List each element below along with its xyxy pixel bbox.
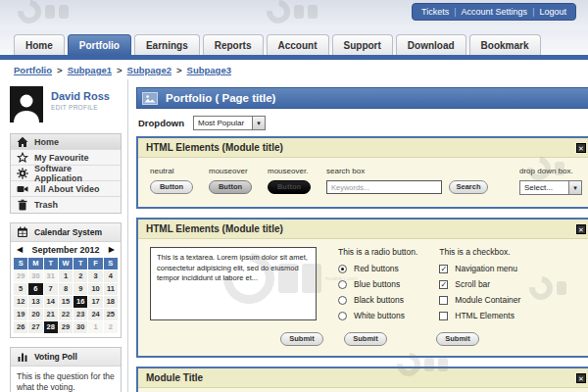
sidebar-item-label: All About Video [34,184,100,194]
calendar-day[interactable]: 18 [104,296,118,308]
search-input[interactable] [326,180,442,194]
submit-button[interactable]: Submit [280,332,323,346]
sidebar-item-trash[interactable]: Trash [11,197,121,213]
calendar-day-selected[interactable]: 28 [44,321,58,333]
calendar-day[interactable]: 26 [14,321,27,333]
calendar-day[interactable]: 25 [104,309,118,320]
calendar-day[interactable]: 31 [44,270,58,282]
textarea[interactable]: This is a textarea. Lorem ipsum dolor si… [150,247,317,320]
tab-portfolio[interactable]: Portfolio [68,34,131,55]
checkbox-html-elements[interactable]: HTML Elements [439,311,520,320]
chevron-down-icon[interactable] [568,181,581,194]
avatar [10,86,43,122]
dow-header: S [14,258,27,270]
calendar-day[interactable]: 13 [28,296,42,308]
next-month-arrow-icon[interactable] [109,246,115,254]
chevron-down-icon[interactable] [252,117,265,129]
calendar-day[interactable]: 2 [74,270,87,282]
submit-button[interactable]: Submit [344,332,387,346]
checkbox-navigation-menu[interactable]: Navigation menu [439,264,520,273]
checkbox-scroll-bar[interactable]: Scroll bar [439,279,520,289]
account-settings-link[interactable]: Account Settings [462,7,528,17]
close-icon[interactable] [576,224,586,234]
calendar-day[interactable]: 30 [28,270,42,282]
calendar-day[interactable]: 1 [59,270,73,282]
prev-month-arrow-icon[interactable] [17,246,23,254]
pressed-button[interactable]: Button [268,180,311,194]
radio-option-white[interactable]: White buttons [338,311,417,320]
close-icon[interactable] [576,143,586,153]
breadcrumb-portfolio[interactable]: Portfolio [14,65,52,75]
calendar-day[interactable]: 9 [74,283,87,295]
calendar-day[interactable]: 10 [88,283,102,295]
calendar-day[interactable]: 30 [74,321,87,333]
radio-icon[interactable] [338,296,347,305]
tab-account[interactable]: Account [267,34,329,55]
sidebar-item-label: Software Application [34,164,115,183]
sidebar-item-all-about-video[interactable]: All About Video [11,181,121,197]
radio-option-red[interactable]: Red buttons [338,264,417,273]
checkbox-module-container[interactable]: Module Container [439,295,520,305]
breadcrumb-subpage2[interactable]: Subpage2 [127,65,172,75]
calendar-day[interactable]: 3 [88,270,102,282]
calendar-day[interactable]: 19 [14,309,27,320]
radio-option-blue[interactable]: Blue buttons [338,279,417,289]
calendar-header: Calendar System [11,223,121,242]
tab-download[interactable]: Download [396,34,466,55]
select-dropdown[interactable]: Select... [519,180,582,195]
sidebar-item-label: Trash [34,200,58,210]
tickets-link[interactable]: Tickets [421,7,449,17]
tab-support[interactable]: Support [332,34,393,55]
calendar-day[interactable]: 23 [74,309,87,320]
dow-header: F [88,258,102,270]
submit-button[interactable]: Submit [436,332,479,346]
module-title-3: Module Title Icons Module Subtitle [136,367,588,392]
calendar-day[interactable]: 21 [44,309,58,320]
calendar-day[interactable]: 7 [44,283,58,295]
tab-reports[interactable]: Reports [203,34,264,55]
breadcrumb-subpage3[interactable]: Subpage3 [187,65,231,75]
radio-icon[interactable] [338,312,347,320]
calendar-day[interactable]: 2 [104,321,118,333]
radio-icon[interactable] [338,265,347,273]
search-button[interactable]: Search [449,180,488,194]
tab-earnings[interactable]: Earnings [134,34,200,55]
calendar-day[interactable]: 1 [88,321,102,333]
module-title-bar: HTML Elements (Module title) [138,220,588,239]
sort-dropdown[interactable]: Most Popular [193,116,266,130]
radio-label: Black buttons [354,295,404,305]
calendar-day[interactable]: 5 [14,283,27,295]
calendar-day[interactable]: 24 [88,309,102,320]
calendar-day[interactable]: 29 [59,321,73,333]
checkbox-icon[interactable] [439,296,448,305]
checkbox-icon[interactable] [439,312,448,320]
checkbox-icon[interactable] [439,280,448,289]
checkbox-icon[interactable] [439,265,448,273]
close-icon[interactable] [576,373,586,383]
calendar-day[interactable]: 22 [59,309,73,320]
calendar-day[interactable]: 20 [28,309,42,320]
breadcrumb-subpage1[interactable]: Subpage1 [68,65,112,75]
sidebar-item-software-application[interactable]: Software Application [11,166,121,181]
calendar-day[interactable]: 8 [59,283,73,295]
calendar-day-selected[interactable]: 6 [28,283,42,295]
group-label: mouseover [209,167,252,175]
mouseover-button[interactable]: Button [209,180,252,194]
calendar-day-selected[interactable]: 16 [74,296,87,308]
calendar-day[interactable]: 17 [88,296,102,308]
edit-profile-link[interactable]: EDIT PROFILE [51,104,110,111]
neutral-button[interactable]: Button [150,180,193,194]
sidebar-item-home[interactable]: Home [11,134,121,150]
calendar-day[interactable]: 12 [14,296,27,308]
calendar-day[interactable]: 15 [59,296,73,308]
tab-bookmark[interactable]: Bookmark [469,34,541,55]
calendar-day[interactable]: 14 [44,296,58,308]
tab-home[interactable]: Home [14,34,65,55]
radio-icon[interactable] [338,280,347,289]
radio-option-black[interactable]: Black buttons [338,295,417,305]
calendar-day[interactable]: 4 [104,270,118,282]
calendar-day[interactable]: 27 [28,321,42,333]
calendar-day[interactable]: 29 [14,270,27,282]
calendar-day[interactable]: 11 [104,283,118,295]
logout-link[interactable]: Logout [539,7,566,17]
